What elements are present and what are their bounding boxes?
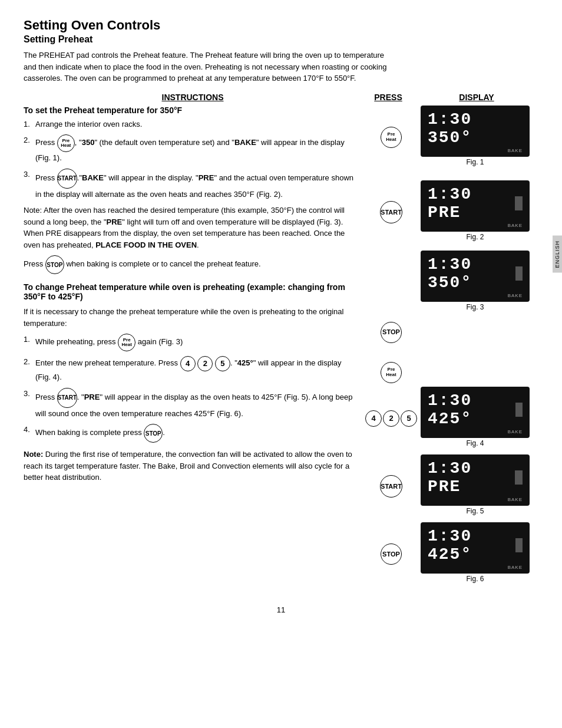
fig5-label: Fig. 5 [466, 507, 484, 515]
fig1-display: 1:30 350° BAKE Fig. 1 [418, 106, 533, 170]
page-header: Setting Oven Controls Setting Preheat Th… [24, 18, 538, 84]
fig3b-press: PreHeat [365, 362, 418, 383]
stop-press: STOP [365, 322, 418, 343]
fig4-row: 4 2 5 1:30 425° BAKE Fig. 4 [365, 387, 538, 451]
section2-intro: If it is necessary to change the preheat… [24, 306, 356, 329]
step-1-2: 2. Press PreHeat, "350" (the default ove… [24, 134, 356, 164]
fig2-label: Fig. 2 [466, 233, 484, 241]
fig2-display: 1:30 PRE BAKE Fig. 2 [418, 180, 533, 245]
fig5-display: 1:30 PRE BAKE Fig. 5 [418, 454, 533, 519]
stop-row: STOP [365, 322, 538, 343]
instructions-header: INSTRUCTIONS [162, 93, 224, 102]
digit-5-button-inline[interactable]: 5 [215, 356, 230, 371]
stop-button-fig6[interactable]: STOP [381, 543, 402, 565]
fig1-label: Fig. 1 [466, 158, 484, 166]
fig5-press: START [365, 475, 418, 498]
press-header: PRESS [374, 93, 402, 102]
intro-paragraph: The PREHEAT pad controls the Preheat fea… [24, 50, 389, 84]
fig3-display: 1:30 350° BAKE Fig. 3 [418, 251, 533, 315]
fig4-label: Fig. 4 [466, 439, 484, 447]
step-2-4: 4. When baking is complete press STOP. [24, 424, 356, 443]
oven-display-fig3: 1:30 350° BAKE [421, 251, 530, 302]
instructions-column: To set the Preheat temperature for 350°F… [24, 106, 362, 588]
section1-note: Note: After the oven has reached the des… [24, 205, 356, 251]
step-2-1: 1. While preheating, press PreHeat again… [24, 334, 356, 351]
oven-display-fig1: 1:30 350° BAKE [421, 106, 530, 157]
section2-note: Note: During the first rise of temperatu… [24, 449, 356, 483]
step-1-1: 1. Arrange the interior oven racks. [24, 118, 356, 130]
section2-title: To change Preheat temperature while oven… [24, 282, 356, 301]
pre-heat-button-fig1[interactable]: PreHeat [381, 127, 402, 148]
oven-display-fig6: 1:30 425° BAKE [421, 522, 530, 574]
start-button-fig2[interactable]: START [380, 201, 402, 223]
oven-display-fig4: 1:30 425° BAKE [421, 387, 530, 438]
fig5-row: START 1:30 PRE BAKE Fig. 5 [365, 454, 538, 519]
oven-display-fig2: 1:30 PRE BAKE [421, 180, 530, 232]
press-display-column: PreHeat 1:30 350° BAKE Fig. 1 STA [362, 106, 538, 588]
fig4-display: 1:30 425° BAKE Fig. 4 [418, 387, 533, 451]
step-2-2: 2. Enter the new preheat temperature. Pr… [24, 356, 356, 383]
oven-display-fig5: 1:30 PRE BAKE [421, 454, 530, 506]
digit-4-button[interactable]: 4 [365, 410, 382, 427]
stop-button-inline2[interactable]: STOP [144, 424, 163, 443]
side-tab: ENGLISH [553, 236, 562, 273]
digit-5-button[interactable]: 5 [401, 410, 417, 427]
stop-button-press[interactable]: STOP [381, 322, 402, 343]
main-content: To set the Preheat temperature for 350°F… [24, 106, 538, 588]
fig6-label: Fig. 6 [466, 575, 484, 583]
fig6-display: 1:30 425° BAKE Fig. 6 [418, 522, 533, 587]
pre-heat-button-inline[interactable]: PreHeat [57, 134, 75, 152]
fig3b-row: PreHeat [365, 362, 538, 383]
start-button-inline2[interactable]: START [57, 388, 77, 408]
start-button-inline1[interactable]: START [57, 169, 77, 189]
fig1-row: PreHeat 1:30 350° BAKE Fig. 1 [365, 106, 538, 170]
fig2-row: START 1:30 PRE BAKE Fig. 2 [365, 180, 538, 245]
start-button-fig5[interactable]: START [380, 475, 402, 498]
digit-4-button-inline[interactable]: 4 [180, 356, 196, 371]
digit-2-button[interactable]: 2 [383, 410, 399, 427]
display-header: DISPLAY [459, 93, 494, 102]
stop-button-inline1[interactable]: STOP [45, 255, 64, 274]
fig3-row: 1:30 350° BAKE Fig. 3 [365, 251, 538, 315]
fig3-label: Fig. 3 [466, 303, 484, 311]
stop-text: Press STOP when baking is complete or to… [24, 255, 356, 274]
fig4-press: 4 2 5 [365, 410, 418, 427]
fig6-press: STOP [365, 543, 418, 565]
pre-heat-button-inline2[interactable]: PreHeat [118, 334, 135, 351]
page-subtitle: Setting Preheat [24, 34, 538, 45]
page-container: Setting Oven Controls Setting Preheat Th… [24, 18, 538, 614]
pre-heat-button-fig3b[interactable]: PreHeat [381, 362, 402, 383]
step-1-3: 3. Press START."BAKE" will appear in the… [24, 169, 356, 200]
step-2-3: 3. Press START. "PRE" will appear in the… [24, 388, 356, 420]
fig1-press: PreHeat [365, 127, 418, 148]
page-title: Setting Oven Controls [24, 18, 538, 33]
fig6-row: STOP 1:30 425° BAKE Fig. 6 [365, 522, 538, 587]
section1-title: To set the Preheat temperature for 350°F [24, 106, 356, 115]
page-number: 11 [24, 605, 538, 614]
digit-2-button-inline[interactable]: 2 [197, 356, 213, 371]
fig2-press: START [365, 201, 418, 223]
